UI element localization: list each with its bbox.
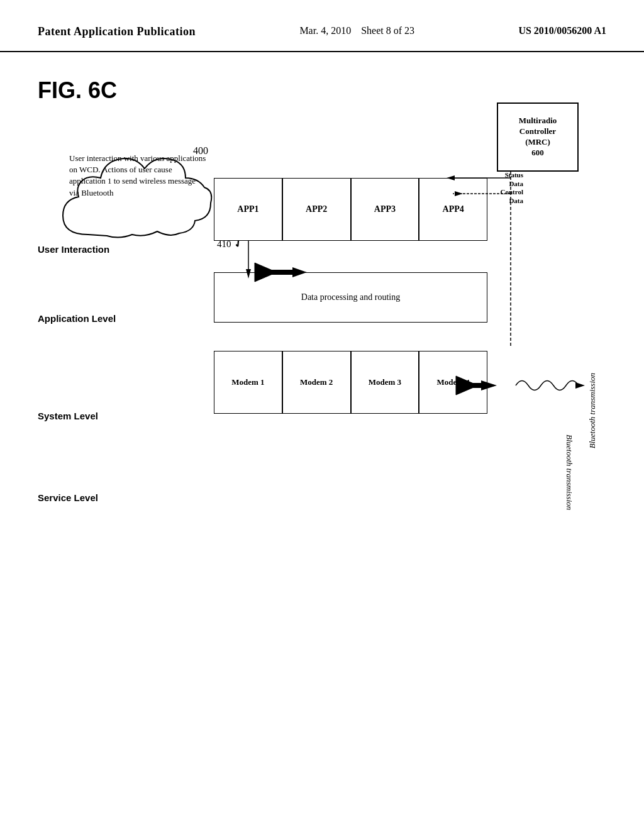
- label-400: 400: [193, 145, 208, 157]
- control-data-label: ControlData: [501, 187, 523, 206]
- level-service: Service Level: [38, 492, 98, 503]
- app1-box: APP1: [214, 178, 282, 241]
- bluetooth-label: Bluetooth transmission: [587, 373, 597, 448]
- publication-date: Mar. 4, 2010: [299, 25, 351, 36]
- mrc-box: MultiradioController(MRC)600: [497, 102, 579, 172]
- modem1-box: Modem 1: [214, 351, 282, 414]
- mrc-title: MultiradioController(MRC)600: [519, 116, 557, 158]
- modem3-box: Modem 3: [351, 351, 419, 414]
- publication-title: Patent Application Publication: [38, 25, 196, 38]
- svg-marker-13: [575, 382, 585, 389]
- modem2-box: Modem 2: [282, 351, 351, 414]
- figure-label: FIG. 6C: [38, 77, 117, 104]
- diagram-area: MultiradioController(MRC)600 StatusData …: [214, 102, 591, 543]
- level-application: Application Level: [38, 313, 116, 324]
- page-header: Patent Application Publication Mar. 4, 2…: [0, 0, 644, 52]
- app-row: APP1 APP2 APP3 APP4: [214, 178, 487, 241]
- modem4-box: Modem 4: [419, 351, 487, 414]
- level-system: System Level: [38, 411, 98, 421]
- bluetooth-transmission-label: Bluetooth transmission: [564, 434, 574, 510]
- publication-number: US 2010/0056200 A1: [518, 25, 606, 36]
- status-data-label: StatusData: [505, 170, 523, 189]
- app3-box: APP3: [351, 178, 419, 241]
- publication-date-sheet: Mar. 4, 2010 Sheet 8 of 23: [299, 25, 414, 36]
- app4-box: APP4: [419, 178, 487, 241]
- app2-box: APP2: [282, 178, 351, 241]
- modem-row: Modem 1 Modem 2 Modem 3 Modem 4: [214, 351, 487, 414]
- main-content: FIG. 6C User interaction with various ap…: [0, 52, 644, 807]
- level-user-interaction: User Interaction: [38, 244, 109, 255]
- cloud-text: User interaction with various applicatio…: [69, 153, 208, 199]
- sheet-info: Sheet 8 of 23: [361, 25, 414, 36]
- system-row: Data processing and routing: [214, 272, 487, 323]
